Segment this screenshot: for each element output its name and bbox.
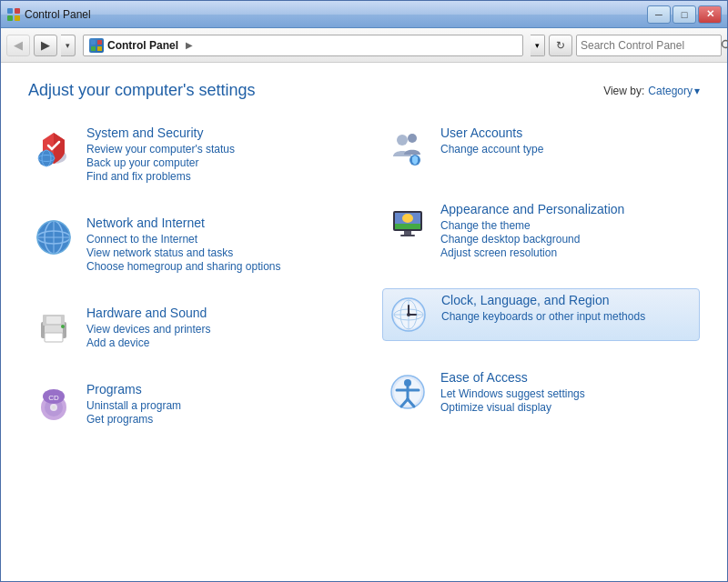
clock-icon <box>387 293 430 336</box>
svg-rect-37 <box>395 224 420 229</box>
svg-rect-6 <box>91 46 96 51</box>
svg-rect-1 <box>15 8 20 14</box>
system-security-text: System and Security Review your computer… <box>86 125 342 183</box>
programs-link-1[interactable]: Get programs <box>86 413 342 426</box>
search-box <box>576 35 722 56</box>
programs-link-0[interactable]: Uninstall a program <box>86 399 342 412</box>
svg-point-49 <box>407 313 410 316</box>
address-arrow: ▶ <box>186 40 193 50</box>
user-accounts-link-0[interactable]: Change account type <box>440 143 696 156</box>
content-area: Adjust your computer's settings View by:… <box>1 63 727 581</box>
network-text: Network and Internet Connect to the Inte… <box>86 216 342 273</box>
network-link-2[interactable]: Choose homegroup and sharing options <box>86 260 342 273</box>
clock-text: Clock, Language, and Region Change keybo… <box>441 293 695 323</box>
setting-item-ease: Ease of Access Let Windows suggest setti… <box>382 366 700 417</box>
svg-rect-2 <box>7 15 13 21</box>
clock-links: Change keyboards or other input methods <box>441 310 695 323</box>
system-security-link-0[interactable]: Review your computer's status <box>86 143 342 156</box>
system-security-icon <box>32 125 76 169</box>
svg-rect-23 <box>46 316 61 324</box>
ease-of-access-icon <box>386 370 430 414</box>
forward-button[interactable]: ▶ <box>34 35 57 56</box>
clock-title[interactable]: Clock, Language, and Region <box>441 293 609 307</box>
svg-text:CD: CD <box>48 394 59 402</box>
search-icon <box>721 39 728 52</box>
appearance-text: Appearance and Personalization Change th… <box>440 202 696 259</box>
nav-dropdown-button[interactable]: ▾ <box>61 35 76 56</box>
svg-point-38 <box>402 214 413 223</box>
svg-rect-3 <box>15 15 20 21</box>
address-expand-button[interactable]: ▾ <box>531 35 545 56</box>
programs-icon: CD <box>32 382 76 426</box>
svg-point-25 <box>61 325 65 328</box>
appearance-icon <box>386 202 430 246</box>
system-security-links: Review your computer's status Back up yo… <box>86 143 342 183</box>
maximize-button[interactable]: □ <box>672 5 696 24</box>
title-bar-buttons: ─ □ ✕ <box>647 5 722 24</box>
svg-rect-4 <box>91 40 96 45</box>
setting-item-user-accounts: User Accounts Change account type <box>382 122 700 173</box>
svg-rect-24 <box>45 333 63 342</box>
settings-grid: System and Security Review your computer… <box>28 122 700 455</box>
hardware-link-0[interactable]: View devices and printers <box>86 323 342 336</box>
user-accounts-icon <box>386 125 430 169</box>
ease-title[interactable]: Ease of Access <box>440 370 528 385</box>
network-links: Connect to the Internet View network sta… <box>86 233 342 273</box>
system-security-title[interactable]: System and Security <box>86 125 203 140</box>
window-icon <box>6 7 21 22</box>
svg-point-8 <box>723 40 729 47</box>
svg-rect-39 <box>404 231 411 235</box>
page-header: Adjust your computer's settings View by:… <box>28 81 700 100</box>
search-button[interactable] <box>721 36 728 55</box>
hardware-link-1[interactable]: Add a device <box>86 336 342 349</box>
user-accounts-title[interactable]: User Accounts <box>440 125 522 140</box>
hardware-title[interactable]: Hardware and Sound <box>86 306 207 320</box>
control-panel-icon <box>91 40 102 51</box>
svg-point-32 <box>397 135 408 146</box>
page-title: Adjust your computer's settings <box>28 81 256 100</box>
clock-link-0[interactable]: Change keyboards or other input methods <box>441 310 695 323</box>
main-window: Control Panel ─ □ ✕ ◀ ▶ ▾ Control Panel … <box>0 0 728 582</box>
address-path: Control Panel <box>107 39 178 52</box>
appearance-link-1[interactable]: Change desktop background <box>440 233 696 246</box>
setting-item-network: Network and Internet Connect to the Inte… <box>28 212 346 276</box>
network-icon <box>32 216 76 259</box>
address-bar-icon <box>89 38 104 53</box>
back-button[interactable]: ◀ <box>6 35 30 56</box>
minimize-button[interactable]: ─ <box>647 5 671 24</box>
title-bar: Control Panel ─ □ ✕ <box>1 1 727 28</box>
network-link-1[interactable]: View network status and tasks <box>86 246 342 259</box>
setting-item-programs: CD Programs Uninstall a program Get prog… <box>28 378 346 429</box>
ease-link-1[interactable]: Optimize visual display <box>440 401 696 414</box>
hardware-links: View devices and printers Add a device <box>86 323 342 349</box>
setting-item-clock: Clock, Language, and Region Change keybo… <box>382 288 700 341</box>
svg-point-29 <box>52 406 56 409</box>
appearance-link-2[interactable]: Adjust screen resolution <box>440 246 696 259</box>
setting-item-system-security: System and Security Review your computer… <box>28 122 346 186</box>
close-button[interactable]: ✕ <box>698 5 722 24</box>
refresh-button[interactable]: ↻ <box>549 35 572 56</box>
user-accounts-text: User Accounts Change account type <box>440 125 696 156</box>
hardware-icon <box>32 306 76 349</box>
view-by-control: View by: Category ▾ <box>603 85 700 97</box>
view-by-dropdown[interactable]: Category ▾ <box>648 85 700 97</box>
svg-point-11 <box>38 150 55 166</box>
svg-rect-40 <box>400 235 415 236</box>
setting-item-appearance: Appearance and Personalization Change th… <box>382 198 700 263</box>
title-bar-left: Control Panel <box>6 7 91 22</box>
setting-item-hardware: Hardware and Sound View devices and prin… <box>28 302 346 353</box>
appearance-title[interactable]: Appearance and Personalization <box>440 202 624 216</box>
programs-text: Programs Uninstall a program Get program… <box>86 382 342 426</box>
network-link-0[interactable]: Connect to the Internet <box>86 233 342 246</box>
programs-title[interactable]: Programs <box>86 382 142 396</box>
system-security-link-1[interactable]: Back up your computer <box>86 156 342 169</box>
view-by-label: View by: <box>603 85 644 97</box>
ease-link-0[interactable]: Let Windows suggest settings <box>440 387 696 400</box>
appearance-links: Change the theme Change desktop backgrou… <box>440 219 696 259</box>
system-security-link-2[interactable]: Find and fix problems <box>86 170 342 183</box>
network-title[interactable]: Network and Internet <box>86 216 205 230</box>
toolbar: ◀ ▶ ▾ Control Panel ▶ ▾ ↻ <box>1 28 727 63</box>
appearance-link-0[interactable]: Change the theme <box>440 219 696 232</box>
search-input[interactable] <box>581 39 717 52</box>
svg-rect-5 <box>97 40 102 45</box>
